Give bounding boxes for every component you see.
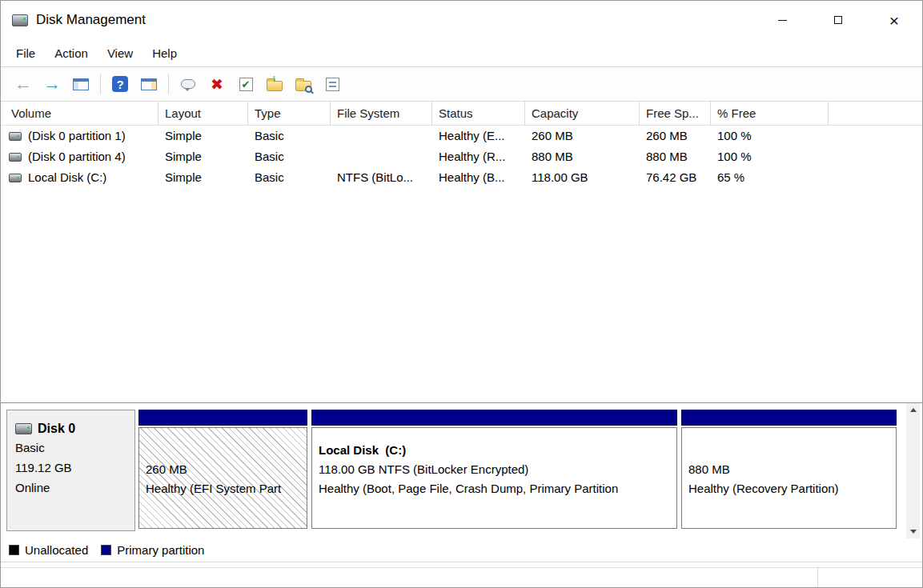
- cell-file-system: [331, 126, 432, 146]
- cell-free-space: 880 MB: [640, 146, 711, 167]
- folder-shape: [295, 81, 311, 91]
- magnifier-glyph: [305, 86, 312, 93]
- properties-list-shape: [326, 78, 339, 91]
- disk0-panel[interactable]: Disk 0 Basic 119.12 GB Online: [6, 410, 135, 531]
- mark-partition-active-icon[interactable]: ✔: [235, 73, 257, 95]
- volume-name: (Disk 0 partition 1): [28, 126, 126, 146]
- disk-size: 119.12 GB: [15, 458, 126, 478]
- disk-management-window: Disk Management × File Action View Help …: [0, 0, 923, 588]
- menu-file[interactable]: File: [6, 42, 45, 64]
- table-row[interactable]: Local Disk (C:) Simple Basic NTFS (BitLo…: [1, 167, 922, 188]
- column-header-filler: [829, 102, 922, 126]
- cell-layout: Simple: [159, 167, 248, 188]
- unallocated-swatch: [9, 545, 19, 555]
- column-header-capacity[interactable]: Capacity: [525, 102, 640, 126]
- partition-recovery[interactable]: 880 MB Healthy (Recovery Partition): [681, 410, 897, 529]
- partition-body: 260 MB Healthy (EFI System Part: [138, 427, 307, 529]
- window-pane-shape: [73, 78, 89, 90]
- column-header-type[interactable]: Type: [248, 102, 331, 126]
- partition-header-strip: [681, 410, 897, 426]
- red-x-glyph: ✖: [211, 77, 223, 92]
- minimize-button[interactable]: [754, 1, 810, 39]
- partition-local-disk-c[interactable]: Local Disk (C:) 118.00 GB NTFS (BitLocke…: [311, 410, 677, 529]
- partition-efi-system[interactable]: 260 MB Healthy (EFI System Part: [138, 410, 307, 529]
- menu-action[interactable]: Action: [45, 42, 98, 64]
- app-icon: [12, 14, 28, 26]
- volume-list: Volume Layout Type File System Status Ca…: [1, 102, 922, 403]
- help-icon[interactable]: ?: [109, 73, 131, 95]
- partition-header-strip: [311, 410, 677, 426]
- column-header-percent-free[interactable]: % Free: [711, 102, 829, 126]
- titlebar: Disk Management ×: [1, 1, 922, 39]
- partition-title: Local Disk (C:): [319, 441, 670, 460]
- disk-status: Online: [15, 478, 126, 498]
- statusbar-divider: [817, 568, 818, 587]
- disk-icon: [15, 423, 32, 434]
- scroll-up-icon: [910, 408, 917, 412]
- cell-capacity: 260 MB: [525, 126, 640, 146]
- up-arrow-glyph: ↑: [271, 73, 277, 83]
- vertical-scrollbar[interactable]: [906, 403, 920, 538]
- bubble-shape: [181, 79, 195, 89]
- scroll-down-button[interactable]: [906, 525, 920, 538]
- column-header-status[interactable]: Status: [432, 102, 525, 126]
- partition-body: 880 MB Healthy (Recovery Partition): [681, 427, 897, 529]
- partition-size: 260 MB: [146, 460, 300, 479]
- maximize-icon: [834, 16, 842, 24]
- popup-window-icon[interactable]: [177, 73, 199, 95]
- window-controls: ×: [754, 1, 922, 39]
- back-icon[interactable]: ←: [12, 73, 34, 95]
- cell-status: Healthy (E...: [432, 126, 525, 146]
- cell-volume: (Disk 0 partition 1): [1, 126, 159, 146]
- window-pane-alt-shape: [141, 78, 157, 90]
- partition-title: [688, 441, 889, 460]
- table-row[interactable]: (Disk 0 partition 4) Simple Basic Health…: [1, 146, 922, 167]
- column-header-file-system[interactable]: File System: [331, 102, 432, 126]
- menu-view[interactable]: View: [98, 42, 142, 64]
- forward-icon[interactable]: →: [41, 73, 63, 95]
- action-pane-icon[interactable]: [138, 73, 160, 95]
- primary-partition-swatch: [101, 545, 111, 555]
- column-header-volume[interactable]: Volume: [1, 102, 159, 126]
- legend-bar: Unallocated Primary partition: [1, 538, 922, 562]
- statusbar: [1, 567, 922, 587]
- scroll-up-button[interactable]: [906, 403, 920, 417]
- minimize-icon: [778, 20, 787, 21]
- partition-status: Healthy (Recovery Partition): [688, 479, 889, 498]
- cell-free-space: 260 MB: [640, 126, 711, 146]
- partition-body: Local Disk (C:) 118.00 GB NTFS (BitLocke…: [311, 427, 677, 529]
- table-row[interactable]: (Disk 0 partition 1) Simple Basic Health…: [1, 126, 922, 146]
- cell-free-space: 76.42 GB: [640, 167, 711, 188]
- disk-name: Disk 0: [38, 422, 75, 436]
- properties-icon[interactable]: [321, 73, 343, 95]
- scroll-down-icon: [910, 530, 917, 534]
- delete-volume-icon[interactable]: ✖: [206, 73, 228, 95]
- menubar: File Action View Help: [1, 39, 922, 66]
- cell-percent-free: 100 %: [711, 126, 829, 146]
- checkbox-shape: ✔: [239, 78, 253, 91]
- maximize-button[interactable]: [810, 1, 866, 39]
- partition-status: Healthy (EFI System Part: [146, 479, 300, 498]
- column-header-free-space[interactable]: Free Sp...: [640, 102, 711, 126]
- cell-type: Basic: [248, 167, 331, 188]
- volume-name: (Disk 0 partition 4): [28, 146, 126, 167]
- console-tree-icon[interactable]: [70, 73, 92, 95]
- cell-status: Healthy (R...: [432, 146, 525, 167]
- forward-arrow-glyph: →: [43, 75, 61, 93]
- folder-up-icon[interactable]: ↑: [263, 73, 286, 95]
- toolbar-separator: [100, 74, 101, 94]
- cell-file-system: [331, 146, 432, 167]
- disk-title-row: Disk 0: [15, 422, 126, 436]
- folder-search-icon[interactable]: [292, 73, 315, 95]
- column-header-layout[interactable]: Layout: [159, 102, 248, 126]
- cell-type: Basic: [248, 126, 331, 146]
- volume-icon: [9, 174, 22, 182]
- close-button[interactable]: ×: [866, 1, 922, 39]
- legend-item-unallocated: Unallocated: [9, 543, 88, 557]
- menu-help[interactable]: Help: [142, 42, 187, 64]
- cell-capacity: 118.00 GB: [525, 167, 640, 188]
- partition-size: 880 MB: [688, 460, 889, 479]
- close-icon: ×: [889, 12, 899, 29]
- partition-header-strip: [138, 410, 307, 426]
- legend-label: Primary partition: [117, 543, 204, 557]
